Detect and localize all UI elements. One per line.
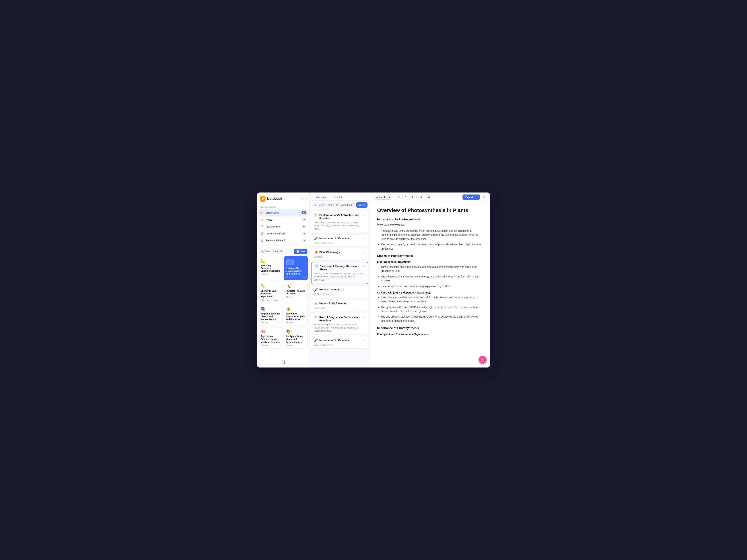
editor-content: Overview of Photosynthesis in Plants Int… [370,202,490,368]
middle-search-input[interactable] [318,204,353,206]
middle-tabs: MaterialsYour Files [310,192,370,201]
bold-button[interactable]: B [396,194,402,200]
middle-search-box[interactable]: 🔍 [312,202,355,208]
sidebar-item-recently-deleted[interactable]: 🗑️ Recently Deleted 3 [258,237,308,244]
set-card-chem[interactable]: ✏️ Chemistry Lab: Hands-On Experiments 1… [259,282,283,303]
sidebar-new-button[interactable]: 📄 New [293,249,307,254]
list-title-human-body-systems: Human Body Systems [319,302,362,305]
tab-materials[interactable]: Materials [312,194,329,201]
list-item-intro-genetics-2[interactable]: 🎤 Introduction to Genetics ··· 32:31 • 1… [311,336,368,349]
bullet-item: The cycle uses ATP and NADPH from the li… [381,305,483,313]
card-meta-art: 13 items [286,344,306,347]
format-select[interactable]: Normal Text ▾ [374,195,392,199]
list-card-header: 📋 Exploration of Cell Structure and Func… [314,213,365,220]
bullet-item: The process primarily occurs in the chlo… [381,242,483,251]
list-more-human-body-systems[interactable]: ··· [362,302,365,305]
quick-access-label: Quick Access [257,204,309,210]
middle-list: 📋 Exploration of Cell Structure and Func… [310,210,370,368]
list-item-human-anatomy[interactable]: 🎤 Human Anatomy 101 ··· 26:32 • 826 word… [311,286,368,298]
list-more-intro-genetics-2[interactable]: ··· [362,339,365,342]
ecological-heading: Ecological and Environmental Significanc… [377,333,483,336]
list-title-plant-physiology: Plant Physiology [319,250,362,254]
card-more-chem[interactable]: ··· [278,298,281,301]
list-more-plant-physiology[interactable]: ··· [362,250,365,254]
list-card-header: 📌 Plant Physiology ··· [314,250,365,255]
set-card-eng[interactable]: 📚 English Literature: Classic and Modern… [259,304,283,326]
list-more-cell-structure[interactable]: ··· [362,213,365,217]
list-icon-intro-genetics-2: 🎤 [314,339,318,343]
card-meta-psych: 13 items [261,344,281,347]
set-card-art[interactable]: 🎨 Art Appreciation: Visual and Performin… [284,327,308,349]
card-meta-phys: 13 items [286,296,306,298]
list-more-overview-photosynthesis[interactable]: ··· [362,265,365,268]
sidebar-header: 📋 Notebook ← [257,192,309,204]
card-emoji-art: 🎨 [286,329,306,334]
sidebar-item-study-sets[interactable]: 📂 Study Sets 46 [258,210,308,216]
list-item-intro-genetics[interactable]: 🎤 Introduction to Genetics ··· 32:31 • 1… [311,234,368,247]
list-icon-plant-physiology: 📌 [314,250,318,255]
new-icon: 📄 [296,250,299,252]
collapse-sidebar-button[interactable]: ← [302,196,307,201]
export-dropdown-button[interactable]: ▾ [476,194,480,199]
italic-button[interactable]: I [403,194,408,200]
list-more-human-anatomy[interactable]: ··· [362,288,365,292]
list-meta-human-body-systems: 30 questions [314,307,365,309]
list-more-intro-genetics[interactable]: ··· [362,237,365,240]
sidebar-item-practice-sets[interactable]: 📋 Practice Sets 24 [258,223,308,230]
chart-icon[interactable]: 📊 [280,359,286,365]
list-icon-role-enzymes: 📋 [314,316,318,320]
nav-items: 📂 Study Sets 46 📝 Notes 17 📋 Practice Se… [257,210,309,244]
middle-new-button[interactable]: New ▾ [356,202,367,208]
list-icon-human-body-systems: 🍬 [314,302,318,306]
chevron-down-icon: ▾ [389,196,390,198]
export-btn-group: Export ▾ [463,194,480,200]
card-more-art[interactable]: ··· [304,344,306,347]
card-more-calc[interactable]: ··· [278,275,281,279]
set-card-calc[interactable]: 📐 Mastering Advanced Calculus Concepts 1… [259,256,283,281]
card-more-eng[interactable]: ··· [278,321,281,324]
nav-label-study-sets: Study Sets [265,211,302,214]
list-title-cell-structure: Exploration of Cell Structure and Functi… [319,213,362,220]
app-name: Notebook [267,197,282,201]
sidebar-search-box[interactable]: 🔍 [259,249,292,254]
underline-button[interactable]: U [409,194,415,200]
sidebar-item-lecture-sessions[interactable]: 🎤 Lecture Sessions 0 [258,230,308,237]
list-item-role-enzymes[interactable]: 📋 Role of Enzymes in Biochemical Reactio… [311,313,368,335]
card-more-econ[interactable]: ··· [304,321,306,324]
list-item-plant-physiology[interactable]: 📌 Plant Physiology ··· 25 cards [311,248,368,261]
ai-assistant-button[interactable]: 🤖 [479,356,487,364]
middle-search-row: 🔍 New ▾ [310,201,370,210]
sidebar-bottom: 📊 [257,358,309,368]
set-card-phys[interactable]: 🤸 Physics: The Laws of Nature 13 items ·… [284,282,308,303]
set-card-psych[interactable]: 🧠 Psychology Studies: Human Mind and Beh… [259,327,283,349]
nav-label-recently-deleted: Recently Deleted [265,239,302,242]
toolbar-sep-1 [394,195,394,199]
card-more-psych[interactable]: ··· [278,344,281,347]
card-more-bio[interactable]: ••• [303,275,306,279]
align-button[interactable]: ≡ [418,194,424,200]
tab-your-files[interactable]: Your Files [330,194,348,201]
list-more-role-enzymes[interactable]: ··· [362,316,365,319]
nav-badge-lecture-sessions: 0 [302,232,306,235]
list-title-overview-photosynthesis: Overview of Photosynthesis in Plants [319,265,362,271]
bullet-item: Water is split in the process, releasing… [381,284,483,288]
list-desc-overview-photosynthesis: Photosynthesis is the process by which g… [314,272,365,281]
section-importance-heading: Importance of Photosynthesis [377,326,483,330]
card-emoji-phys: 🤸 [286,284,306,289]
card-more-phys[interactable]: ··· [304,298,306,301]
set-card-bio[interactable]: 🌐 Biology 101: Understanding Life Scienc… [284,256,308,281]
nav-icon-study-sets: 📂 [260,211,264,215]
export-button[interactable]: Export [463,194,476,200]
sidebar-item-notes[interactable]: 📝 Notes 17 [258,216,308,223]
calvin-cycle-heading: Calvin Cycle (Light-Independent Reaction… [377,291,483,294]
list-item-cell-structure[interactable]: 📋 Exploration of Cell Structure and Func… [311,211,368,233]
search-input[interactable] [265,250,290,252]
expand-button[interactable]: ⤢ [481,194,487,200]
nav-icon-notes: 📝 [260,218,264,221]
list-item-overview-photosynthesis[interactable]: 📋 Overview of Photosynthesis in Plants ·… [311,262,368,284]
list-item-human-body-systems[interactable]: 🍬 Human Body Systems ··· 30 questions [311,299,368,312]
set-card-econ[interactable]: 💰 Economics Basics: Principles and Pract… [284,304,308,326]
card-emoji-psych: 🧠 [261,329,281,334]
list-button[interactable]: ⋮≡ [425,194,430,200]
list-title-intro-genetics-2: Introduction to Genetics [319,339,362,342]
